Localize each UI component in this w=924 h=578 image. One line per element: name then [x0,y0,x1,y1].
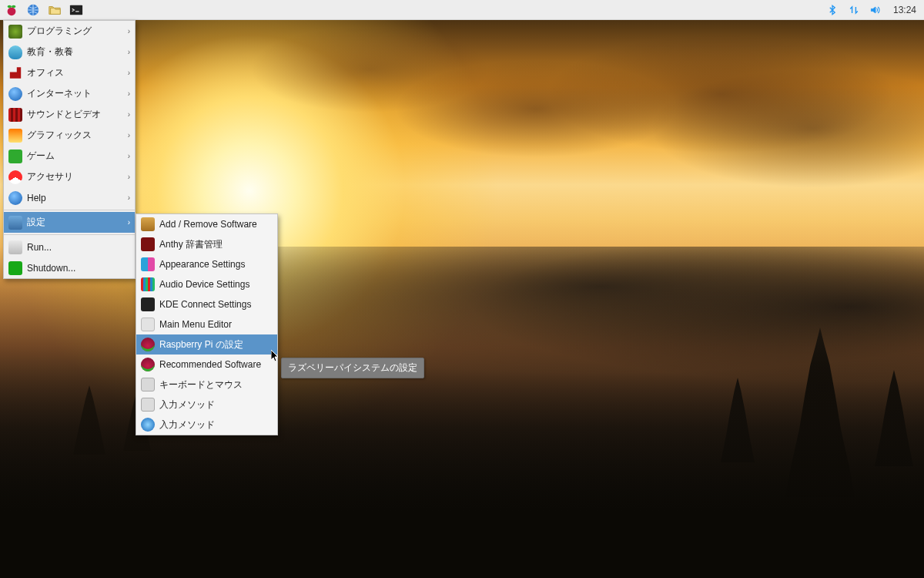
anthy-icon [141,237,155,251]
office-icon [8,66,22,80]
chevron-right-icon: › [128,27,130,35]
menu-education-label: 教育・教養 [27,45,123,59]
accessory-icon [8,170,22,184]
submenu-recommended-software[interactable]: Recommended Software [136,355,277,375]
submenu-raspberry-pi-config-label: Raspberry Pi の設定 [159,338,273,351]
submenu-input-method-2[interactable]: 入力メソッド [136,415,277,435]
submenu-raspberry-pi-config[interactable]: Raspberry Pi の設定 [136,334,277,355]
chevron-right-icon: › [128,110,130,119]
chevron-right-icon: › [128,48,130,56]
volume-icon[interactable] [869,3,882,17]
svg-point-0 [8,7,16,15]
svg-rect-4 [70,5,82,15]
menu-games[interactable]: ゲーム› [4,146,135,166]
submenu-add-remove-software[interactable]: Add / Remove Software [136,214,277,234]
addremove-icon [141,217,155,231]
menu-programming-label: プログラミング [27,25,123,38]
menu-help[interactable]: Help› [4,187,135,208]
menu-run-label: Run... [27,242,130,253]
chevron-right-icon: › [128,193,130,202]
menu-internet[interactable]: インターネット› [4,83,135,104]
chevron-right-icon: › [128,152,130,160]
submenu-keyboard-mouse-label: キーボードとマウス [159,378,273,391]
chevron-right-icon: › [128,218,130,227]
preferences-submenu: Add / Remove SoftwareAnthy 辞書管理Appearanc… [136,213,278,435]
menu-games-label: ゲーム [27,150,123,163]
menu-office[interactable]: オフィス› [4,62,135,83]
menu-accessories[interactable]: アクセサリ› [4,166,135,187]
recommended-icon [141,358,155,371]
rpi-icon [141,338,155,351]
chevron-right-icon: › [128,89,130,98]
keyboard-icon [141,378,155,391]
menu-sound-video-label: サウンドとビデオ [27,108,123,121]
taskbar: 13:24 [0,0,924,20]
files-icon[interactable] [48,3,62,17]
kde-icon [141,297,155,311]
inputmethod2-icon [141,418,155,432]
menu-internet-label: インターネット [27,87,123,100]
programming-icon [8,25,22,39]
menu-accessories-label: アクセサリ [27,170,123,183]
submenu-keyboard-mouse[interactable]: キーボードとマウス [136,375,277,395]
submenu-anthy-dict-label: Anthy 辞書管理 [159,238,273,251]
menu-shutdown-label: Shutdown... [27,263,130,274]
menu-sound-video[interactable]: サウンドとビデオ› [4,104,135,125]
submenu-input-method-2-label: 入力メソッド [159,418,273,432]
bluetooth-icon[interactable] [825,3,839,17]
graphics-icon [8,129,22,143]
inputmethod1-icon [141,398,155,412]
submenu-input-method-1-label: 入力メソッド [159,398,273,412]
submenu-appearance-settings[interactable]: Appearance Settings [136,254,277,274]
menu-help-label: Help [27,193,123,203]
education-icon [8,45,22,59]
submenu-audio-device-settings-label: Audio Device Settings [159,279,273,290]
submenu-input-method-1[interactable]: 入力メソッド [136,395,277,415]
games-icon [8,150,22,163]
menu-preferences-label: 設定 [27,216,123,229]
tooltip: ラズベリーパイシステムの設定 [281,358,424,378]
clock[interactable]: 13:24 [890,5,919,15]
silhouette [721,378,755,462]
submenu-audio-device-settings[interactable]: Audio Device Settings [136,274,277,294]
menu-preferences[interactable]: 設定› [4,212,135,233]
menu-shutdown[interactable]: Shutdown... [4,257,135,278]
silhouette [875,370,913,466]
run-icon [8,240,22,254]
preferences-icon [8,216,22,230]
submenu-kde-connect-settings[interactable]: KDE Connect Settings [136,294,277,314]
appearance-icon [141,257,155,271]
svg-point-1 [8,5,12,8]
help-icon [8,191,22,205]
raspberry-icon[interactable] [5,3,18,17]
chevron-right-icon: › [128,173,130,181]
chevron-right-icon: › [128,131,130,139]
internet-icon [8,87,22,101]
menu-programming[interactable]: プログラミング› [4,21,135,42]
mainmenu-icon [141,318,155,331]
menu-graphics-label: グラフィックス [27,129,123,142]
terminal-icon[interactable] [69,3,83,17]
silhouette [785,328,855,497]
application-menu: プログラミング›教育・教養›オフィス›インターネット›サウンドとビデオ›グラフィ… [3,20,136,279]
audio-icon [141,277,155,291]
submenu-main-menu-editor-label: Main Menu Editor [159,319,273,330]
globe-icon[interactable] [26,3,40,17]
silhouette [73,385,105,455]
submenu-anthy-dict[interactable]: Anthy 辞書管理 [136,234,277,254]
shutdown-icon [8,261,22,275]
menu-run[interactable]: Run... [4,237,135,257]
menu-graphics[interactable]: グラフィックス› [4,125,135,146]
submenu-appearance-settings-label: Appearance Settings [159,259,273,270]
svg-point-2 [12,5,15,8]
submenu-add-remove-software-label: Add / Remove Software [159,219,273,230]
menu-education[interactable]: 教育・教養› [4,42,135,62]
submenu-kde-connect-settings-label: KDE Connect Settings [159,299,273,310]
submenu-recommended-software-label: Recommended Software [159,359,273,370]
chevron-right-icon: › [128,69,130,77]
submenu-main-menu-editor[interactable]: Main Menu Editor [136,314,277,334]
network-icon[interactable] [847,3,861,17]
soundvideo-icon [8,108,22,122]
menu-office-label: オフィス [27,66,123,79]
